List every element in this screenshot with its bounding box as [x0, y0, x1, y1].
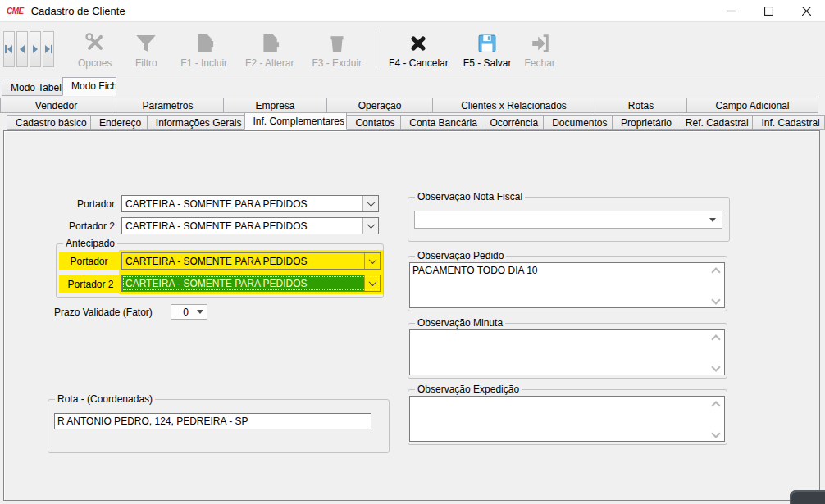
trash-icon [326, 32, 349, 55]
next-record-icon [32, 45, 39, 53]
category-tab-bar: Vendedor Parametros Empresa Operação Cli… [0, 97, 825, 113]
dropdown-arrow-icon [197, 310, 203, 314]
antecipado-portador-dropdown-button[interactable] [364, 253, 380, 269]
portador-combobox[interactable]: CARTEIRA - SOMENTE PARA PEDIDOS [121, 195, 379, 212]
cancel-button[interactable]: F4 - Cancelar [383, 30, 454, 70]
include-label: F1 - Incluir [180, 57, 227, 69]
last-record-icon [44, 45, 52, 53]
portador-label: Portador [49, 198, 115, 211]
window-title: Cadastro de Cliente [31, 5, 125, 17]
section-tab-bar: Cadastro básico Endereço Informações Ger… [0, 113, 825, 130]
obs-minuta-label: Observação Minuta [415, 317, 505, 329]
last-record-button[interactable] [43, 31, 54, 67]
close-form-label: Fechar [524, 57, 554, 69]
document-add-icon [193, 32, 216, 55]
exit-icon [528, 32, 551, 55]
tools-icon [84, 32, 107, 55]
tab-contatos[interactable]: Contatos [346, 115, 401, 130]
first-record-button[interactable] [3, 31, 15, 67]
delete-button[interactable]: F3 - Excluir [306, 30, 367, 70]
save-label: F5 - Salvar [463, 57, 512, 69]
tab-endereco[interactable]: Endereço [90, 115, 148, 130]
window-controls [712, 0, 825, 21]
tab-empresa[interactable]: Empresa [223, 98, 327, 113]
previous-record-icon [19, 45, 25, 53]
tab-vendedor[interactable]: Vendedor [0, 98, 112, 113]
portador-value: CARTEIRA - SOMENTE PARA PEDIDOS [122, 198, 362, 210]
previous-record-button[interactable] [16, 31, 28, 67]
prazo-validade-dropdown[interactable]: 0 [171, 304, 207, 320]
tab-modo-tabela[interactable]: Modo Tabela [2, 79, 63, 96]
obs-expedicao-label: Observação Expedição [415, 384, 522, 395]
portador2-value: CARTEIRA - SOMENTE PARA PEDIDOS [122, 220, 362, 232]
include-button[interactable]: F1 - Incluir [175, 30, 233, 70]
prazo-validade-value: 0 [171, 306, 197, 318]
antecipado-portador2-combobox[interactable]: CARTEIRA - SOMENTE PARA PEDIDOS [121, 275, 381, 292]
alter-label: F2 - Alterar [245, 57, 294, 69]
filter-icon [134, 32, 157, 55]
maximize-button[interactable] [750, 0, 787, 21]
delete-label: F3 - Excluir [312, 57, 362, 69]
obs-nota-fiscal-combobox[interactable] [414, 211, 722, 229]
minimize-icon [727, 7, 736, 16]
dropdown-arrow-icon [709, 218, 716, 222]
portador-dropdown-button[interactable] [362, 196, 378, 211]
antecipado-portador2-label: Portador 2 [59, 275, 122, 293]
toolbar: Opcoes Filtro F1 - Incluir F2 - Alterar [0, 21, 825, 75]
obs-expedicao-textarea[interactable] [409, 396, 725, 442]
tab-cadastro-basico[interactable]: Cadastro básico [7, 115, 91, 130]
antecipado-portador2-dropdown-button[interactable] [364, 275, 380, 291]
close-icon [802, 7, 811, 16]
alter-button[interactable]: F2 - Alterar [239, 30, 299, 70]
tab-modo-ficha[interactable]: Modo Ficha [62, 77, 116, 96]
tab-ref-cadastral[interactable]: Ref. Cadastral [677, 115, 754, 130]
tab-operacao[interactable]: Operação [326, 98, 433, 113]
options-button[interactable]: Opcoes [72, 30, 117, 70]
obs-minuta-textarea[interactable] [409, 329, 725, 375]
toolbar-separator [376, 30, 376, 66]
rota-group-label: Rota - (Coordenadas) [55, 393, 155, 405]
next-record-button[interactable] [30, 31, 41, 67]
rota-input[interactable] [54, 413, 371, 429]
minimize-button[interactable] [712, 0, 750, 21]
obs-nota-fiscal-label: Observação Nota Fiscal [415, 191, 525, 202]
tab-proprietario[interactable]: Proprietário [612, 115, 677, 130]
app-window: CME Cadastro de Cliente [0, 0, 825, 504]
close-form-button[interactable]: Fechar [518, 30, 560, 70]
tab-clientes-x-relacionados[interactable]: Clientes x Relacionados [432, 98, 595, 113]
title-bar: CME Cadastro de Cliente [0, 0, 825, 21]
obs-pedido-label: Observação Pedido [415, 250, 506, 261]
tab-inf-complementares[interactable]: Inf. Complementares [244, 112, 348, 130]
chevron-down-icon [368, 278, 376, 286]
maximize-icon [764, 7, 773, 16]
portador2-label: Portador 2 [43, 220, 115, 233]
tab-rotas[interactable]: Rotas [595, 98, 687, 113]
record-navigation [3, 31, 54, 67]
tab-parametros[interactable]: Parametros [112, 98, 224, 113]
portador2-combobox[interactable]: CARTEIRA - SOMENTE PARA PEDIDOS [121, 217, 379, 234]
antecipado-portador-combobox[interactable]: CARTEIRA - SOMENTE PARA PEDIDOS [121, 252, 381, 270]
chevron-down-icon [367, 198, 375, 207]
tab-inf-cadastral[interactable]: Inf. Cadastral [752, 115, 825, 130]
antecipado-portador-label: Portador [59, 252, 119, 270]
tab-informacoes-gerais[interactable]: Informações Gerais [147, 115, 245, 130]
obs-pedido-textarea[interactable]: PAGAMENTO TODO DIA 10 [409, 262, 725, 308]
options-label: Opcoes [78, 57, 112, 69]
filter-label: Filtro [135, 57, 157, 69]
first-record-icon [5, 45, 13, 53]
close-button[interactable] [787, 0, 825, 21]
prazo-validade-label: Prazo Validade (Fator) [54, 306, 169, 319]
cancel-label: F4 - Cancelar [389, 57, 449, 69]
portador2-dropdown-button[interactable] [362, 218, 378, 234]
tab-conta-bancaria[interactable]: Conta Bancária [400, 115, 481, 130]
document-edit-icon [258, 32, 281, 55]
antecipado-portador2-value: CARTEIRA - SOMENTE PARA PEDIDOS [122, 278, 364, 289]
tab-campo-adicional[interactable]: Campo Adicional [686, 98, 818, 113]
chevron-down-icon [368, 256, 376, 264]
save-button[interactable]: F5 - Salvar [458, 30, 517, 70]
antecipado-group-label: Antecipado [63, 238, 117, 249]
filter-button[interactable]: Filtro [129, 30, 163, 70]
mode-tab-bar: Modo Tabela Modo Ficha [0, 76, 825, 96]
tab-documentos[interactable]: Documentos [543, 115, 613, 130]
tab-ocorrencia[interactable]: Ocorrência [481, 115, 544, 130]
